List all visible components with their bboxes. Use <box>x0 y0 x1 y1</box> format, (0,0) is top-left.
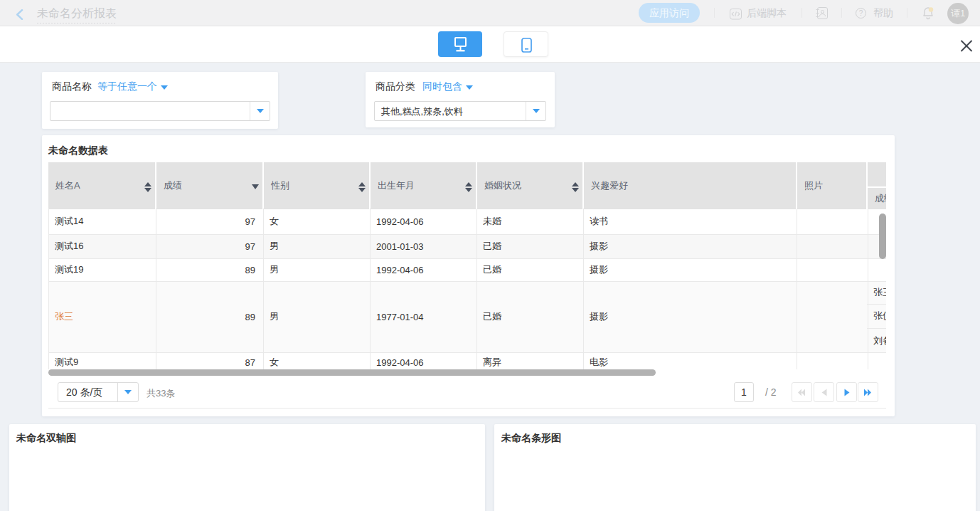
svg-text:?: ? <box>859 9 863 17</box>
